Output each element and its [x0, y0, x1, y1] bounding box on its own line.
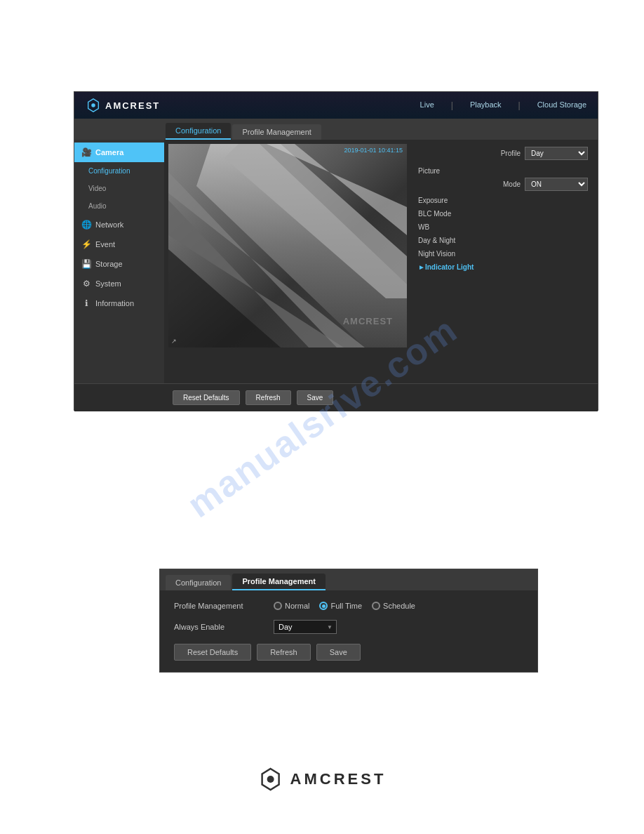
sidebar: 🎥 Camera Configuration Video Audio 🌐 Net…: [74, 140, 164, 383]
mode-row: Mode ON OFF: [418, 178, 588, 191]
sidebar-item-video[interactable]: Video: [74, 180, 164, 197]
sidebar-item-camera[interactable]: 🎥 Camera: [74, 143, 164, 162]
tab-profile-management[interactable]: Profile Management: [232, 124, 321, 140]
amcrest-logo-icon: [86, 98, 101, 113]
sidebar-item-system[interactable]: ⚙ System: [74, 274, 164, 293]
radio-group: Normal Full Time Schedule: [274, 602, 415, 610]
profile-label: Profile: [501, 150, 521, 157]
header-nav: Live | Playback | Cloud Storage: [420, 100, 586, 110]
camera-watermark: AMCREST: [343, 316, 393, 326]
network-icon: 🌐: [81, 220, 91, 230]
menu-night-vision[interactable]: Night Vision: [418, 247, 588, 260]
bottom-logo-icon: [258, 767, 283, 792]
event-icon: ⚡: [81, 239, 91, 249]
sidebar-storage-label: Storage: [95, 260, 123, 268]
logo-text: AMCREST: [105, 100, 160, 111]
bottom-logo-text: AMCREST: [290, 770, 387, 788]
nav-cloud-storage[interactable]: Cloud Storage: [537, 100, 586, 110]
sidebar-item-network[interactable]: 🌐 Network: [74, 215, 164, 234]
storage-icon: 💾: [81, 259, 91, 269]
sidebar-information-label: Information: [95, 299, 134, 307]
radio-full-time[interactable]: Full Time: [319, 602, 362, 610]
menu-exposure[interactable]: Exposure: [418, 194, 588, 207]
refresh-button-bottom[interactable]: Refresh: [257, 644, 311, 661]
sidebar-item-audio[interactable]: Audio: [74, 197, 164, 215]
svg-point-11: [267, 776, 274, 783]
svg-point-1: [91, 103, 95, 107]
profile-management-row: Profile Management Normal Full Time Sche…: [174, 602, 523, 610]
camera-preview: 2019-01-01 10:41:15 AMCREST ↗: [168, 144, 407, 348]
sidebar-camera-label: Camera: [95, 148, 123, 157]
reset-defaults-button-bottom[interactable]: Reset Defaults: [174, 644, 251, 661]
sidebar-network-label: Network: [95, 220, 123, 229]
camera-icon: 🎥: [81, 147, 91, 157]
save-button-top[interactable]: Save: [297, 390, 334, 405]
profile-buttons: Reset Defaults Refresh Save: [174, 644, 523, 661]
top-panel: AMCREST Live | Playback | Cloud Storage …: [74, 91, 598, 411]
save-button-bottom[interactable]: Save: [316, 644, 361, 661]
mode-select[interactable]: ON OFF: [525, 178, 588, 191]
profile-row: Profile Day Night Normal: [418, 147, 588, 160]
profile-body: Profile Management Normal Full Time Sche…: [160, 590, 537, 672]
profile-select[interactable]: Day Night Normal: [525, 147, 588, 160]
radio-schedule-circle: [372, 602, 380, 610]
main-content: 2019-01-01 10:41:15 AMCREST ↗ Profile Da…: [164, 140, 598, 383]
menu-blc-mode[interactable]: BLC Mode: [418, 207, 588, 220]
top-bottom-bar: Reset Defaults Refresh Save: [74, 383, 598, 411]
top-tab-bar: Configuration Profile Management: [74, 119, 598, 140]
profile-management-label: Profile Management: [174, 602, 265, 610]
sidebar-item-config[interactable]: Configuration: [74, 162, 164, 180]
settings-panel: Profile Day Night Normal Picture Mode ON…: [412, 144, 593, 379]
radio-schedule-label: Schedule: [383, 602, 415, 610]
sidebar-system-label: System: [95, 279, 121, 288]
nav-playback[interactable]: Playback: [470, 100, 502, 110]
sidebar-event-label: Event: [95, 240, 115, 249]
menu-wb[interactable]: WB: [418, 220, 588, 234]
tab-configuration[interactable]: Configuration: [166, 123, 231, 140]
menu-picture[interactable]: Picture: [418, 164, 588, 178]
nav-live[interactable]: Live: [420, 100, 434, 110]
system-icon: ⚙: [81, 279, 91, 289]
bottom-tab-bar: Configuration Profile Management: [160, 569, 537, 590]
mode-label: Mode: [503, 180, 521, 188]
radio-normal[interactable]: Normal: [274, 602, 309, 610]
sidebar-item-event[interactable]: ⚡ Event: [74, 234, 164, 254]
app-header: AMCREST Live | Playback | Cloud Storage: [74, 92, 598, 119]
radio-normal-circle: [274, 602, 282, 610]
radio-full-time-label: Full Time: [330, 602, 362, 610]
always-enable-select[interactable]: Day Night Normal: [274, 620, 337, 634]
sidebar-item-information[interactable]: ℹ Information: [74, 293, 164, 313]
camera-timestamp: 2019-01-01 10:41:15: [344, 147, 403, 154]
bottom-panel: Configuration Profile Management Profile…: [159, 569, 538, 673]
camera-image: 2019-01-01 10:41:15 AMCREST ↗: [168, 144, 407, 348]
radio-normal-label: Normal: [285, 602, 309, 610]
bottom-logo: AMCREST: [258, 767, 387, 792]
refresh-button-top[interactable]: Refresh: [246, 390, 291, 405]
menu-indicator-light[interactable]: ►Indicator Light: [418, 260, 588, 274]
always-enable-row: Always Enable Day Night Normal: [174, 620, 523, 634]
always-enable-select-wrapper: Day Night Normal: [274, 620, 337, 634]
sidebar-item-storage[interactable]: 💾 Storage: [74, 254, 164, 274]
tab2-profile-management[interactable]: Profile Management: [232, 574, 326, 590]
information-icon: ℹ: [81, 298, 91, 308]
app-body: 🎥 Camera Configuration Video Audio 🌐 Net…: [74, 140, 598, 383]
reset-defaults-button-top[interactable]: Reset Defaults: [173, 390, 240, 405]
tab2-configuration[interactable]: Configuration: [166, 575, 231, 590]
app-logo: AMCREST: [86, 98, 160, 113]
radio-full-time-circle: [319, 602, 328, 610]
corner-indicator: ↗: [171, 338, 177, 345]
radio-schedule[interactable]: Schedule: [372, 602, 415, 610]
menu-day-night[interactable]: Day & Night: [418, 234, 588, 247]
always-enable-label: Always Enable: [174, 623, 265, 631]
